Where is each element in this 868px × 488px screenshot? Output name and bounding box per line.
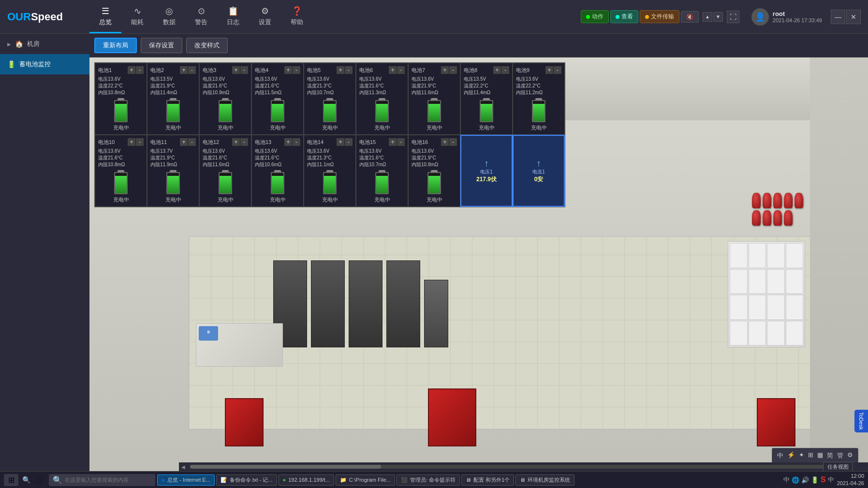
minimize-button[interactable]: — — [831, 10, 845, 24]
mini-tb-grid1[interactable]: ⊞ — [807, 450, 814, 461]
scroll-thumb[interactable] — [190, 465, 381, 469]
scroll-left-arrow[interactable]: ◀ — [179, 464, 188, 470]
change-style-button[interactable]: 改变样式 — [186, 38, 228, 53]
battery-minus-btn[interactable]: - — [136, 66, 144, 74]
battery-cell-header: 电池12 + - — [203, 138, 248, 146]
search-input[interactable] — [65, 477, 147, 483]
battery-plus-btn[interactable]: + — [180, 66, 188, 74]
network-icon[interactable]: 🌐 — [792, 476, 799, 484]
check-button[interactable]: 查看 — [610, 10, 638, 23]
taskbar-item-2[interactable]: ● 192.168.1.199/t... — [279, 474, 334, 486]
taskbar-item-4[interactable]: ⬛ 管理员: 命令提示符 — [397, 474, 460, 486]
taskbar-item-5[interactable]: 🖥 配置 和另外1个 — [461, 474, 514, 486]
battery-plus-btn[interactable]: + — [389, 66, 397, 74]
taskview-icon[interactable]: ⬚ — [33, 474, 45, 486]
battery-body — [427, 100, 441, 122]
relayout-button[interactable]: 重新布局 — [94, 38, 137, 53]
battery-plus-btn[interactable]: + — [128, 138, 135, 146]
battery-temp: 温度21.9°C — [412, 155, 457, 161]
ie-icon: e — [162, 476, 165, 484]
battery-minus-btn[interactable]: - — [501, 66, 509, 74]
nav-item-settings[interactable]: ⚙ 设置 — [249, 0, 281, 33]
battery-minus-btn[interactable]: - — [293, 66, 300, 74]
battery-plus-btn[interactable]: + — [284, 66, 292, 74]
battery-minus-btn[interactable]: - — [188, 138, 196, 146]
nav-item-help[interactable]: ❓ 帮助 — [281, 0, 313, 33]
transfer-button[interactable]: 文件传输 — [640, 10, 679, 23]
taskbar-item-1[interactable]: 📝 备份命令.txt - 记... — [216, 474, 277, 486]
battery-minus-btn[interactable]: - — [345, 66, 353, 74]
battery-plus-btn[interactable]: + — [389, 138, 397, 146]
mini-tb-guan[interactable]: 管 — [836, 450, 844, 461]
start-button[interactable]: ⊞ — [4, 474, 18, 486]
battery-cell-header: 电池3 + - — [203, 66, 248, 74]
todesk-button[interactable]: ToDesk — [854, 410, 868, 432]
scroll-track[interactable] — [190, 465, 827, 469]
search-taskbar-icon[interactable]: 🔍 — [20, 474, 32, 486]
speaker-icon[interactable]: 🔊 — [801, 476, 809, 484]
nav-item-energy[interactable]: ∿ 能耗 — [121, 0, 153, 33]
save-settings-button[interactable]: 保存设置 — [141, 38, 182, 53]
mini-tb-lightning[interactable]: ⚡ — [786, 450, 796, 461]
mini-tb-grid2[interactable]: ▦ — [816, 450, 824, 461]
nav-item-alert[interactable]: ⊙ 警告 — [185, 0, 217, 33]
taskbar-search[interactable]: 🔍 — [49, 474, 155, 486]
battery-plus-btn[interactable]: + — [232, 66, 240, 74]
battery-plus-btn[interactable]: + — [128, 66, 135, 74]
horizontal-scrollbar[interactable]: ◀ ▶ 任务视图 — [179, 462, 868, 471]
battery-minus-btn[interactable]: - — [397, 138, 405, 146]
battery-name: 电池2 — [150, 67, 164, 74]
mini-tb-gear[interactable]: ⚙ — [846, 450, 854, 461]
action-button[interactable]: 动作 — [581, 10, 609, 23]
sohu-icon[interactable]: S — [821, 475, 826, 484]
close-button[interactable]: ✕ — [846, 10, 861, 24]
lang-icon[interactable]: 中 — [783, 475, 790, 484]
battery-plus-btn[interactable]: + — [493, 66, 501, 74]
battery-icon-container — [114, 170, 128, 194]
nav-down-arrow[interactable]: ▼ — [713, 12, 723, 22]
mute-button[interactable]: 🔇 — [681, 11, 699, 23]
ime-icon[interactable]: 中 — [828, 475, 834, 484]
battery-plus-btn[interactable]: + — [441, 66, 449, 74]
taskbar-item-0[interactable]: e 总览 - Internet E... — [157, 474, 215, 486]
mini-tb-zhong[interactable]: 中 — [776, 450, 784, 461]
battery-plus-btn[interactable]: + — [180, 138, 188, 146]
battery-minus-btn[interactable]: - — [449, 66, 457, 74]
sidebar-item-battery[interactable]: 🔋 蓄电池监控 — [0, 54, 89, 74]
battery-icon[interactable]: 🔋 — [811, 476, 819, 484]
battery-plus-btn[interactable]: + — [545, 66, 553, 74]
battery-body — [271, 172, 284, 194]
nav-item-data[interactable]: ◎ 数据 — [153, 0, 185, 33]
battery-plus-btn[interactable]: + — [337, 138, 344, 146]
battery-plus-btn[interactable]: + — [337, 66, 344, 74]
battery-name: 电池11 — [150, 139, 167, 146]
battery-row-1: 电池1 + - 电压13.6V 温度22.2°C 内阻10.8mΩ — [95, 63, 565, 135]
nav-item-overview[interactable]: ☰ 总览 — [89, 0, 121, 33]
battery-temp: 温度21.6°C — [255, 155, 300, 161]
battery-minus-btn[interactable]: - — [240, 66, 248, 74]
battery-plus-btn[interactable]: + — [441, 138, 449, 146]
battery-minus-btn[interactable]: - — [397, 66, 405, 74]
battery-resistance: 内阻10.7mΩ — [359, 161, 405, 168]
charging-status: 充电中 — [307, 124, 353, 131]
taskbar-item-6[interactable]: 🖥 环境机房监控系统 — [515, 474, 574, 486]
battery-icon-container — [219, 170, 232, 194]
battery-minus-btn[interactable]: - — [449, 138, 457, 146]
battery-minus-btn[interactable]: - — [554, 66, 561, 74]
nav-item-log[interactable]: 📋 日志 — [217, 0, 249, 33]
mini-tb-jian[interactable]: 简 — [826, 450, 834, 461]
mini-tb-star[interactable]: ✦ — [798, 450, 805, 461]
battery-minus-btn[interactable]: - — [293, 138, 300, 146]
taskbar-item-3[interactable]: 📁 C:\Program File... — [336, 474, 395, 486]
battery-minus-btn[interactable]: - — [136, 138, 144, 146]
battery-minus-btn[interactable]: - — [240, 138, 248, 146]
charging-status: 充电中 — [255, 124, 300, 131]
battery-body — [375, 172, 389, 194]
battery-minus-btn[interactable]: - — [345, 138, 353, 146]
battery-plus-btn[interactable]: + — [232, 138, 240, 146]
battery-plus-btn[interactable]: + — [284, 138, 292, 146]
fullscreen-button[interactable]: ⛶ — [727, 11, 739, 23]
sidebar-item-room[interactable]: ▶ 🏠 机房 — [0, 34, 89, 54]
battery-minus-btn[interactable]: - — [188, 66, 196, 74]
nav-up-arrow[interactable]: ▲ — [703, 12, 712, 22]
